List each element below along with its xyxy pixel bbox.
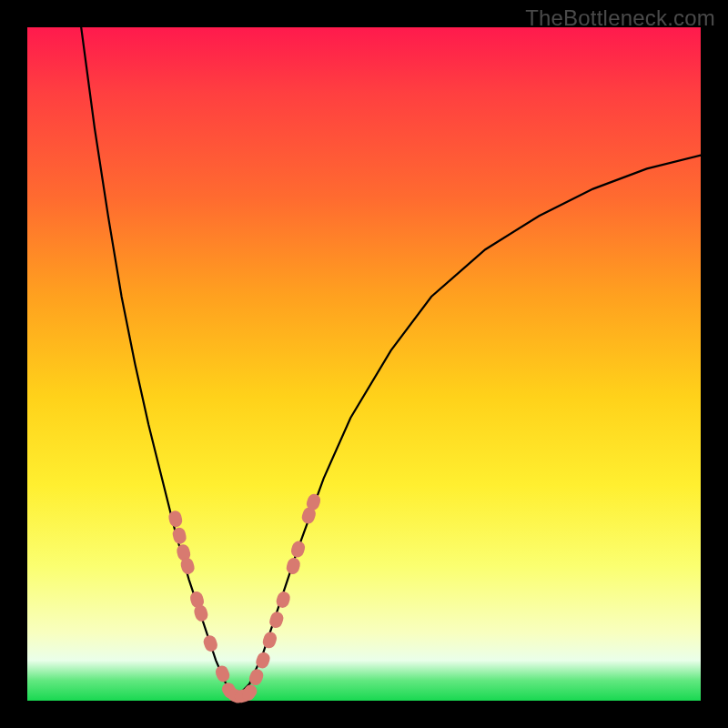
bead [268,610,285,629]
plot-area [27,27,701,701]
bead [214,663,232,683]
curve-svg [27,27,701,701]
bead-group [167,492,322,705]
bead [275,590,292,609]
bead [202,633,219,653]
outer-frame: TheBottleneck.com [0,0,728,728]
curve-right [236,156,701,698]
bead [261,631,278,650]
bead [289,540,307,559]
curve-left [81,27,236,697]
bead [285,556,301,575]
